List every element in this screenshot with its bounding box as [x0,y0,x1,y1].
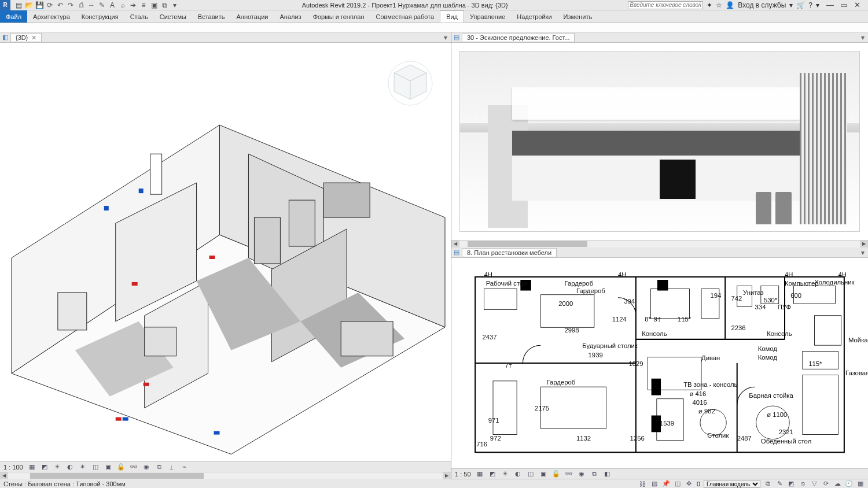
scrollbar-h-3d[interactable]: ◀ ▶ [0,472,451,479]
help-icon[interactable]: ? [808,1,812,9]
maximize-view-icon[interactable]: ▾ [859,34,867,42]
tab-addins[interactable]: Надстройки [511,10,557,23]
close-icon[interactable]: ✕ [854,1,865,9]
measure-icon[interactable]: ✎ [97,1,106,10]
maximize-view-icon[interactable]: ▾ [859,249,867,257]
select-pinned-icon[interactable]: 📌 [662,480,670,488]
select-links-icon[interactable]: ⛓ [639,480,647,488]
cloud-icon[interactable]: ☁ [833,480,841,488]
tab-file[interactable]: Файл [0,10,27,23]
editable-only-icon[interactable]: ✎ [775,480,784,488]
maximize-view-icon[interactable]: ▾ [442,34,450,42]
constraints-icon[interactable]: ⟂ [168,463,176,471]
shadows-icon[interactable]: ◐ [514,470,522,478]
visual-style-icon[interactable]: ◩ [41,463,49,471]
file-icon[interactable]: ▤ [14,1,23,10]
unlock-icon[interactable]: 🔓 [552,470,560,478]
scroll-right-icon[interactable]: ▶ [860,241,868,247]
tab-manage[interactable]: Управление [464,10,511,23]
sync-status-icon[interactable]: ⟳ [822,480,830,488]
app-logo[interactable]: R [0,0,10,10]
signin-dropdown-icon[interactable]: ▾ [789,1,793,9]
communicate-icon[interactable]: ✦ [707,1,712,9]
save-icon[interactable]: 💾 [35,1,44,10]
canvas-3d[interactable] [0,43,451,461]
tab-structure[interactable]: Конструкция [76,10,124,23]
workset-icon[interactable]: ⧉ [764,480,772,488]
reveal-icon[interactable]: ◉ [142,463,150,471]
crop-region-icon[interactable]: ▣ [104,463,112,471]
user-icon[interactable]: 👤 [726,1,734,9]
model-3d[interactable] [0,43,451,461]
viewtab-plan[interactable]: 8. План расстановки мебели [462,248,557,257]
tab-analyze[interactable]: Анализ [274,10,307,23]
sun-icon[interactable]: ☀ [501,470,509,478]
sun-icon[interactable]: ☀ [53,463,61,471]
tab-annotate[interactable]: Аннотации [231,10,274,23]
tab-modify[interactable]: Изменить [558,10,598,23]
color-fill-icon[interactable]: ◧ [603,470,611,478]
tab-architecture[interactable]: Архитектура [27,10,76,23]
detail-level-icon[interactable]: ▦ [476,470,484,478]
reveal-icon[interactable]: ◉ [578,470,586,478]
temp-hide-icon[interactable]: 👓 [565,470,573,478]
signin-label[interactable]: Вход в службы [738,1,786,9]
design-options-icon[interactable]: ◩ [787,480,795,488]
model-selector[interactable]: Главная модель [704,480,760,488]
tab-view[interactable]: Вид [440,10,464,23]
scroll-left-icon[interactable]: ◀ [451,241,459,247]
tab-steel[interactable]: Сталь [124,10,154,23]
tab-insert[interactable]: Вставить [192,10,231,23]
crop-region-icon[interactable]: ▣ [539,470,547,478]
cart-icon[interactable]: 🛒 [796,1,805,9]
crop-view-icon[interactable]: ◫ [527,470,535,478]
scroll-right-icon[interactable]: ▶ [443,472,451,479]
shadows-icon[interactable]: ◐ [66,463,74,471]
temp-hide-icon[interactable]: 👓 [130,463,138,471]
scale-label[interactable]: 1 : 100 [3,464,23,471]
analytical-icon[interactable]: ⌁ [181,463,189,471]
restore-icon[interactable]: ▭ [840,1,851,9]
exclude-icon[interactable]: ⦸ [799,480,807,488]
detail-level-icon[interactable]: ▦ [28,463,36,471]
scale-label[interactable]: 1 : 50 [455,471,471,478]
worksharing-icon[interactable]: ⧉ [590,470,598,478]
select-face-icon[interactable]: ◫ [674,480,682,488]
selection-count-icon[interactable]: ▦ [856,480,865,488]
unlock-icon[interactable]: 🔓 [117,463,125,471]
canvas-render[interactable] [451,43,868,240]
print-icon[interactable]: ⎙ [76,1,86,10]
dim-icon[interactable]: ↔ [87,1,96,10]
drag-icon[interactable]: ✥ [685,480,693,488]
search-input[interactable] [628,1,703,9]
text-icon[interactable]: A [108,1,117,10]
sync-icon[interactable]: ⟳ [45,1,54,10]
switch-windows-icon[interactable]: ⧉ [160,1,169,10]
history-icon[interactable]: 🕘 [845,480,853,488]
redo-icon[interactable]: ↷ [66,1,75,10]
visual-style-icon[interactable]: ◩ [488,470,496,478]
undo-icon[interactable]: ↶ [56,1,65,10]
viewtab-3d[interactable]: {3D} ✕ [10,33,42,42]
worksharing-icon[interactable]: ⧉ [155,463,163,471]
favorites-icon[interactable]: ☆ [716,1,722,9]
close-icon[interactable]: ✕ [31,34,36,42]
minimize-icon[interactable]: — [826,1,837,9]
open-icon[interactable]: 📂 [24,1,34,10]
tab-massing[interactable]: Формы и генплан [307,10,370,23]
scrollbar-h-render[interactable]: ◀ ▶ [451,240,868,247]
fit-icon[interactable]: ⌕ [118,1,127,10]
viewcube[interactable] [387,60,433,106]
crop-view-icon[interactable]: ◫ [91,463,100,471]
viewtab-render[interactable]: 30 - Эскизное предложение. Гост... [462,33,575,42]
filter-icon[interactable]: ▽ [810,480,818,488]
close-hidden-icon[interactable]: ▣ [149,1,159,10]
arrow-icon[interactable]: ➔ [128,1,138,10]
help-dropdown-icon[interactable]: ▾ [816,1,819,9]
scroll-left-icon[interactable]: ◀ [0,472,8,479]
tab-collaborate[interactable]: Совместная работа [370,10,440,23]
tab-systems[interactable]: Системы [154,10,192,23]
render-icon[interactable]: ✶ [79,463,87,471]
dropdown-icon[interactable]: ▾ [170,1,179,10]
select-underlay-icon[interactable]: ▨ [650,480,659,488]
